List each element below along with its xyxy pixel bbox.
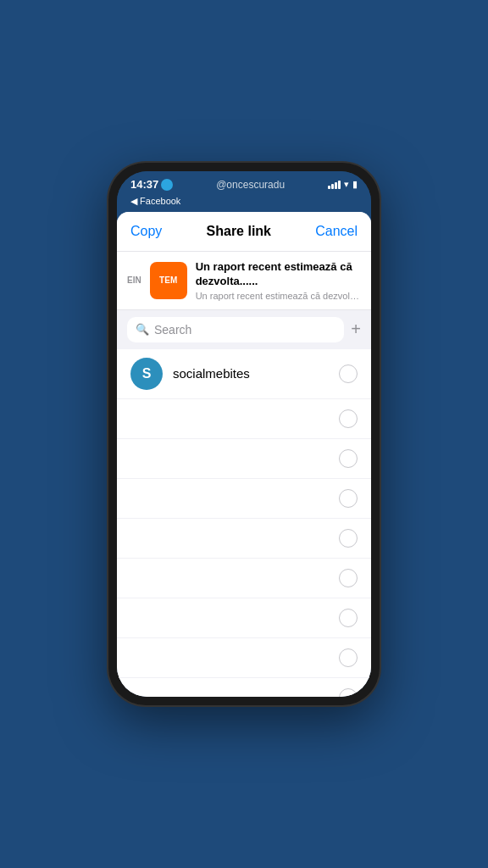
cancel-button[interactable]: Cancel (315, 224, 358, 239)
empty-radio-2[interactable] (339, 449, 358, 468)
empty-row-8 (117, 678, 371, 697)
sheet-header: Copy Share link Cancel (117, 212, 371, 252)
preview-subtitle: Un raport recent estimează că dezvoltare… (196, 291, 361, 301)
empty-row-3 (117, 479, 371, 519)
add-button[interactable]: + (351, 320, 361, 339)
preview-source-label: EIN (127, 275, 141, 285)
empty-row-4 (117, 519, 371, 559)
contact-avatar: S (130, 358, 163, 390)
preview-thumbnail: TEM (150, 262, 187, 299)
time-display: 14:37 (130, 178, 158, 191)
empty-radio-8[interactable] (339, 688, 358, 697)
share-sheet-bg: Copy Share link Cancel EIN TEM Un raport… (117, 212, 371, 697)
empty-radio-6[interactable] (339, 609, 358, 627)
copy-button[interactable]: Copy (130, 224, 162, 239)
phone-frame: 14:37 @oncescuradu ▾ ▮ ◀ Facebook (108, 163, 380, 705)
avatar-letter: S (142, 366, 152, 381)
share-sheet: Copy Share link Cancel EIN TEM Un raport… (117, 212, 371, 697)
wifi-icon: ▾ (344, 179, 349, 190)
status-username: @oncescuradu (216, 179, 285, 191)
preview-card: EIN TEM Un raport recent estimează că de… (117, 252, 371, 310)
phone-screen: 14:37 @oncescuradu ▾ ▮ ◀ Facebook (117, 171, 371, 697)
thumb-label: TEM (159, 276, 177, 285)
empty-row-7 (117, 638, 371, 678)
telegram-icon (161, 179, 173, 191)
empty-radio-1[interactable] (339, 409, 358, 428)
empty-row-5 (117, 559, 371, 598)
empty-row-6 (117, 598, 371, 638)
preview-text-content: Un raport recent estimează că dezvolta..… (196, 260, 361, 301)
contact-name: socialmebites (173, 366, 329, 381)
battery-icon: ▮ (352, 179, 358, 190)
search-placeholder: Search (154, 323, 191, 337)
contact-item[interactable]: S socialmebites (117, 349, 371, 399)
status-icons: ▾ ▮ (328, 179, 358, 190)
search-icon: 🔍 (136, 323, 149, 336)
preview-title: Un raport recent estimează că dezvolta..… (196, 260, 361, 289)
status-time: 14:37 (130, 178, 173, 191)
sheet-title: Share link (207, 224, 271, 239)
status-bar: 14:37 @oncescuradu ▾ ▮ (117, 171, 371, 194)
search-container: 🔍 Search + (117, 310, 371, 349)
empty-row-2 (117, 439, 371, 479)
contact-radio[interactable] (339, 364, 358, 383)
empty-row-1 (117, 399, 371, 439)
empty-radio-5[interactable] (339, 569, 358, 587)
nav-bar: ◀ Facebook (117, 194, 371, 212)
empty-radio-3[interactable] (339, 489, 358, 508)
empty-radio-4[interactable] (339, 529, 358, 548)
back-button[interactable]: ◀ Facebook (130, 196, 180, 207)
contacts-list: S socialmebites (117, 349, 371, 697)
empty-radio-7[interactable] (339, 648, 358, 667)
search-bar[interactable]: 🔍 Search (127, 317, 344, 342)
signal-icon (328, 181, 341, 189)
